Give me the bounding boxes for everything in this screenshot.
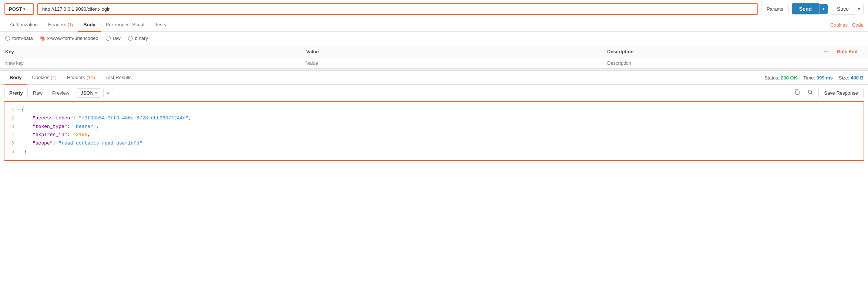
json-line-5: 5 "scope": "read_contacts read_userinfo" <box>4 139 864 148</box>
headers-badge: (1) <box>68 22 73 27</box>
response-tab-body[interactable]: Body <box>4 71 27 85</box>
url-input-wrapper <box>37 3 758 15</box>
response-tab-test-results[interactable]: Test Results <box>100 71 137 85</box>
tab-prerequest[interactable]: Pre-request Script <box>101 18 150 32</box>
time-label: Time: 399 ms <box>803 75 833 81</box>
key-input[interactable] <box>5 60 296 66</box>
collapse-toggle[interactable]: ▾ <box>18 107 20 113</box>
description-input[interactable] <box>607 60 812 66</box>
col-value-header: Value <box>301 45 602 58</box>
headers-response-badge: (11) <box>87 75 95 80</box>
body-type-binary[interactable]: binary <box>128 35 148 41</box>
col-actions-header: ··· Bulk Edit <box>817 45 868 58</box>
params-button[interactable]: Params <box>761 4 789 14</box>
send-btn-group: Send ▾ <box>792 3 828 14</box>
cookies-response-badge: (1) <box>51 75 57 80</box>
json-line-6: 6 } <box>4 148 864 156</box>
col-key-header: Key <box>0 45 301 58</box>
request-tabs: Authorization Headers (1) Body Pre-reque… <box>0 18 868 32</box>
svg-rect-0 <box>796 91 799 94</box>
raw-tab[interactable]: Raw <box>28 88 47 98</box>
request-tabs-right: Cookies Code <box>830 18 864 31</box>
json-line-4: 4 "expires_in": 43198, <box>4 131 864 139</box>
json-line-2: 2 "access_token": "f3f33b54-9ff3-486e-87… <box>4 114 864 123</box>
save-response-button[interactable]: Save Response <box>818 88 864 98</box>
send-button[interactable]: Send <box>792 3 819 14</box>
json-line-1: 1 ▾ { <box>4 106 864 114</box>
json-line-3: 3 "token_type": "bearer", <box>4 123 864 131</box>
tab-authorization[interactable]: Authorization <box>4 18 43 32</box>
pretty-tab[interactable]: Pretty <box>4 88 28 98</box>
body-type-form-data[interactable]: form-data <box>5 35 33 41</box>
body-type-raw[interactable]: raw <box>106 35 121 41</box>
status-label: Status: 200 OK <box>764 75 797 81</box>
response-toolbar-right: Save Response <box>792 88 864 98</box>
save-dropdown-button[interactable]: ▾ <box>855 4 864 14</box>
format-label: JSON <box>81 90 94 96</box>
response-status-area: Status: 200 OK Time: 399 ms Size: 480 B <box>764 75 864 81</box>
top-bar: POST ▾ Params Send ▾ Save ▾ <box>0 0 868 18</box>
url-input[interactable] <box>42 6 753 12</box>
preview-tab[interactable]: Preview <box>48 88 74 98</box>
filter-icon-button[interactable]: ≡ <box>103 88 113 98</box>
svg-line-2 <box>811 93 813 95</box>
status-value: 200 OK <box>781 75 797 81</box>
method-selector[interactable]: POST ▾ <box>4 3 34 15</box>
response-tab-headers[interactable]: Headers (11) <box>62 71 100 85</box>
time-value: 399 ms <box>817 75 833 81</box>
body-type-urlencoded[interactable]: x-www-form-urlencoded <box>40 35 98 41</box>
col-description-header: Description <box>602 45 817 58</box>
save-btn-group: Save ▾ <box>831 3 864 15</box>
tab-headers[interactable]: Headers (1) <box>43 18 78 32</box>
value-input[interactable] <box>306 60 597 66</box>
tab-tests[interactable]: Tests <box>150 18 171 32</box>
format-chevron: ▾ <box>95 91 97 95</box>
bulk-edit-link[interactable]: Bulk Edit <box>832 46 863 57</box>
code-link[interactable]: Code <box>852 18 864 31</box>
kv-table: Key Value Description ··· Bulk Edit <box>0 45 868 68</box>
json-response: 1 ▾ { 2 "access_token": "f3f33b54-9ff3-4… <box>4 101 864 161</box>
method-label: POST <box>9 6 22 12</box>
search-icon-button[interactable] <box>805 88 815 98</box>
response-tab-cookies[interactable]: Cookies (1) <box>27 71 62 85</box>
table-row <box>0 58 868 68</box>
cookies-link[interactable]: Cookies <box>830 18 848 31</box>
size-label: Size: 480 B <box>839 75 864 81</box>
response-toolbar: Pretty Raw Preview JSON ▾ ≡ Save Respons… <box>0 85 868 101</box>
copy-icon-button[interactable] <box>792 88 802 98</box>
save-button[interactable]: Save <box>831 3 855 15</box>
send-dropdown-button[interactable]: ▾ <box>819 4 828 14</box>
format-selector[interactable]: JSON ▾ <box>77 88 101 98</box>
response-tabs-bar: Body Cookies (1) Headers (11) Test Resul… <box>0 71 868 85</box>
method-chevron: ▾ <box>23 7 25 11</box>
size-value: 480 B <box>851 75 864 81</box>
dots-icon: ··· <box>822 45 830 57</box>
body-type-row: form-data x-www-form-urlencoded raw bina… <box>0 32 868 45</box>
tab-body[interactable]: Body <box>78 18 101 32</box>
